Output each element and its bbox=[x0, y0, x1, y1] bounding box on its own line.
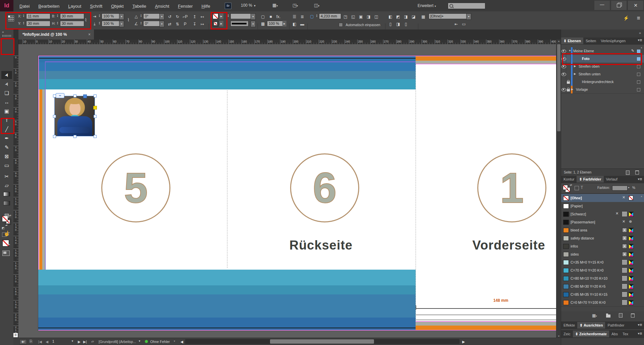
corner-options-handle[interactable] bbox=[93, 106, 97, 110]
autofit-checkbox-box[interactable] bbox=[339, 23, 343, 27]
align-tab-effekte[interactable]: Effekte bbox=[561, 322, 577, 329]
horizontal-ruler[interactable]: 1001020304050607080901001101201301401501… bbox=[18, 40, 556, 45]
style-options-icon[interactable]: ▭ bbox=[461, 21, 467, 27]
scroll-down-icon[interactable]: ▼ bbox=[556, 335, 561, 337]
rectangle-frame-tool[interactable]: ⊠ bbox=[1, 152, 12, 160]
layers-tab-ebenen[interactable]: ⇕ Ebenen bbox=[561, 38, 583, 44]
layers-panel-menu-icon[interactable]: ▾≣ bbox=[638, 38, 642, 42]
scroll-left-icon[interactable]: ◀ bbox=[180, 340, 183, 344]
pencil-tool[interactable]: ✎ bbox=[1, 143, 12, 151]
document-page[interactable]: 148 mm 561RückseiteVorderseite∞ bbox=[38, 56, 556, 331]
reference-point-proxy[interactable] bbox=[8, 15, 15, 22]
rotation-dropdown[interactable]: ▼ bbox=[159, 13, 164, 20]
dock-collapse-icon[interactable]: » bbox=[639, 31, 641, 35]
shear-stepper[interactable]: ▲▼ bbox=[140, 21, 143, 25]
swatch-row-c-35-m-0-y-15-k-0[interactable]: C=35 M=0 Y=15 K=0 bbox=[561, 258, 644, 267]
swap-fill-stroke-icon[interactable]: ⇄ bbox=[9, 214, 11, 217]
bar-icon[interactable]: ▬ bbox=[300, 21, 305, 27]
formatting-affects-text-icon[interactable]: T bbox=[7, 232, 10, 236]
layers-tab-seiten[interactable]: Seiten bbox=[583, 38, 598, 44]
align-tab-pathfinder[interactable]: Pathfinder bbox=[605, 322, 627, 329]
next-page-button[interactable]: ▶ bbox=[78, 340, 80, 344]
workspace-switcher[interactable]: Erweitert ▾ bbox=[418, 3, 436, 8]
preview-p2-icon[interactable]: P bbox=[182, 21, 188, 27]
menu-schrift[interactable]: Schrift bbox=[90, 4, 102, 9]
profile-dropdown-icon[interactable]: ▼ bbox=[138, 340, 141, 343]
gradient-feather-tool[interactable] bbox=[1, 200, 12, 208]
selection-handle[interactable] bbox=[53, 135, 56, 138]
menu-hilfe[interactable]: Hilfe bbox=[202, 4, 210, 9]
object-style-dropdown[interactable]: ▼ bbox=[466, 13, 471, 20]
selection-handle[interactable] bbox=[73, 135, 76, 138]
formatting-affects-container-icon[interactable] bbox=[2, 232, 6, 237]
selection-handle[interactable] bbox=[53, 115, 56, 118]
distribute-up-icon[interactable]: ↥ bbox=[192, 14, 197, 19]
swatch-row-c-70-m-0-y-20-k-0[interactable]: C=70 M=0 Y=20 K=0 bbox=[561, 266, 644, 275]
tint-field[interactable] bbox=[612, 186, 628, 191]
shear-field[interactable]: 0° bbox=[143, 21, 160, 26]
opacity-arrow[interactable]: ▶ bbox=[282, 21, 286, 26]
wrap-around-icon[interactable]: ◨ bbox=[395, 21, 401, 27]
selection-square-hollow[interactable] bbox=[637, 73, 640, 76]
fit-content-icon[interactable]: ◳ bbox=[343, 14, 348, 19]
distribute-right-icon[interactable]: ↦ bbox=[200, 21, 205, 27]
stroke-swatch-button[interactable] bbox=[213, 21, 218, 26]
scale-y-stepper[interactable]: ▲▼ bbox=[98, 21, 101, 25]
align-left-icon[interactable]: ◧ bbox=[388, 14, 393, 19]
swatch-row-infos[interactable]: infos bbox=[561, 242, 644, 251]
stroke-weight-field[interactable] bbox=[230, 13, 251, 19]
menu-fenster[interactable]: Fenster bbox=[178, 4, 193, 9]
expand-icon[interactable]: ▼ bbox=[569, 49, 571, 52]
vertical-scrollbar[interactable]: ▲ ▼ bbox=[556, 40, 561, 338]
swatches-tab-farbfelder[interactable]: ⇕ Farbfelder bbox=[577, 176, 603, 183]
control-panel-menu-icon[interactable]: ≣ bbox=[636, 15, 641, 21]
flip-horizontal-icon[interactable]: ⇄ bbox=[167, 21, 172, 27]
scale-y-dropdown[interactable]: ▼ bbox=[119, 21, 124, 27]
stroke-swatch-arrow[interactable]: ▶ bbox=[219, 21, 223, 26]
document-canvas[interactable]: 148 mm 561RückseiteVorderseite∞ bbox=[18, 44, 556, 338]
selection-square-hollow[interactable] bbox=[637, 65, 640, 68]
status-menu-icon[interactable]: ▾ bbox=[174, 340, 175, 343]
rotation-field[interactable]: 0° bbox=[143, 13, 160, 19]
direct-selection-tool[interactable]: ➤ bbox=[1, 80, 12, 88]
fit-proportional-icon[interactable]: ◨ bbox=[366, 14, 371, 19]
layers-tab-verknüpfungen[interactable]: Verknüpfungen bbox=[598, 38, 628, 44]
fill-swatch-button[interactable] bbox=[213, 13, 218, 19]
line-tool[interactable]: ╱ bbox=[1, 125, 12, 133]
rectangle-tool[interactable]: ▭ bbox=[1, 161, 12, 169]
layer-row-hintergrundrechteck[interactable]: Hintergrundrechteck bbox=[561, 78, 644, 86]
layer-row-streifen-oben[interactable]: ▶Streifen oben bbox=[561, 63, 644, 71]
swatch-views-icon[interactable]: ▦▾ bbox=[592, 313, 597, 318]
lock-icon[interactable] bbox=[567, 81, 570, 84]
text-frame-icon[interactable]: ≣ bbox=[300, 14, 305, 19]
x-field[interactable]: 11 mm bbox=[26, 13, 50, 19]
align-tab-ausrichten[interactable]: ⇕ Ausrichten bbox=[577, 322, 605, 329]
page-tool[interactable]: ❏ bbox=[1, 89, 12, 97]
swatch-row--passermarken-[interactable]: [Passermarken]⊕✕ bbox=[561, 218, 644, 226]
gap-tool[interactable]: ↔ bbox=[1, 98, 12, 106]
menu-datei[interactable]: Datei bbox=[19, 4, 30, 9]
tint-arrow-icon[interactable]: ▸ bbox=[628, 186, 630, 189]
vertical-ruler[interactable]: 0102030405060708090100110120130140150160… bbox=[13, 40, 19, 338]
delete-swatch-icon[interactable] bbox=[631, 314, 635, 318]
scroll-right-icon[interactable]: ▶ bbox=[462, 340, 465, 344]
swatches-tab-kontur[interactable]: Kontur bbox=[561, 176, 577, 183]
scale-y-field[interactable]: 100 % bbox=[102, 21, 120, 26]
visibility-eye-icon[interactable] bbox=[561, 50, 566, 53]
ruler-origin-box[interactable]: 0 bbox=[13, 333, 18, 337]
corner-radius-field[interactable]: 4,233 mm bbox=[319, 13, 341, 19]
stroke-style-dropdown[interactable] bbox=[230, 21, 249, 26]
wrap-jump-icon[interactable]: ▯ bbox=[403, 21, 409, 27]
w-field[interactable]: 30 mm bbox=[60, 13, 84, 19]
link-icon[interactable]: ∞ bbox=[56, 93, 64, 98]
distribute-down-icon[interactable]: ↧ bbox=[192, 21, 197, 27]
gradient-swatch-tool[interactable] bbox=[1, 191, 12, 199]
flip-vertical-icon[interactable]: ⇅ bbox=[175, 21, 180, 27]
apply-none-button[interactable] bbox=[2, 240, 9, 247]
selection-square-hollow[interactable] bbox=[637, 88, 640, 91]
align-right-icon[interactable]: ◨ bbox=[403, 14, 409, 19]
styles-tab-zeic[interactable]: Zeic bbox=[561, 331, 573, 337]
first-page-button[interactable]: |◀ bbox=[38, 340, 42, 344]
swatch-row-c-80-m-30-y-20-k-5[interactable]: C=80 M=30 Y=20 K=5 bbox=[561, 282, 644, 291]
expand-icon[interactable]: ▶ bbox=[574, 65, 576, 68]
